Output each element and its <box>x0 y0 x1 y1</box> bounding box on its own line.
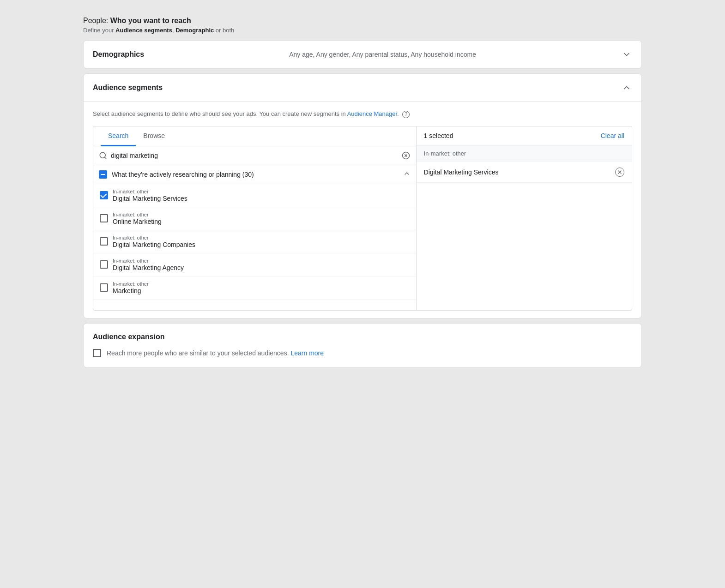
page-header-title: People: Who you want to reach <box>83 17 642 25</box>
search-container <box>93 146 416 165</box>
demographics-title: Demographics <box>93 50 144 59</box>
demographics-section: Demographics Any age, Any gender, Any pa… <box>83 40 642 69</box>
audience-expansion-title: Audience expansion <box>93 333 632 341</box>
item-info-1: In-market: other Digital Marketing Servi… <box>113 189 411 202</box>
list-item[interactable]: In-market: other Marketing <box>93 276 416 300</box>
tab-search[interactable]: Search <box>101 126 136 146</box>
item-category-label-1: In-market: other <box>113 189 411 194</box>
panel-container: Search Browse <box>93 126 632 311</box>
collapse-icon[interactable] <box>403 170 411 179</box>
list-item[interactable]: In-market: other Online Marketing <box>93 207 416 230</box>
category-checkbox[interactable] <box>99 170 107 179</box>
clear-search-button[interactable] <box>401 151 411 160</box>
tabs-container: Search Browse <box>93 126 416 146</box>
list-item[interactable]: In-market: other Digital Marketing Compa… <box>93 230 416 253</box>
audience-segments-body: Select audience segments to define who s… <box>84 102 641 318</box>
results-list: What they're actively researching or pla… <box>93 165 416 310</box>
item-category-label-4: In-market: other <box>113 258 411 264</box>
audience-manager-link[interactable]: Audience Manager. <box>347 110 399 117</box>
tab-browse[interactable]: Browse <box>136 126 172 146</box>
right-panel: 1 selected Clear all In-market: other Di… <box>417 126 632 310</box>
audience-segments-title: Audience segments <box>93 84 163 92</box>
remove-selected-button[interactable] <box>615 168 624 177</box>
item-checkbox-5[interactable] <box>100 283 108 292</box>
help-icon[interactable]: ? <box>402 111 410 118</box>
item-name-1: Digital Marketing Services <box>113 195 411 202</box>
list-item[interactable]: In-market: other Digital Marketing Agenc… <box>93 253 416 276</box>
selected-count: 1 selected <box>424 132 453 139</box>
item-checkbox-1[interactable] <box>100 191 108 199</box>
item-category-label-5: In-market: other <box>113 281 411 287</box>
item-checkbox-2[interactable] <box>100 214 108 222</box>
selected-item-name: Digital Marketing Services <box>424 168 499 176</box>
audience-expansion-section: Audience expansion Reach more people who… <box>83 323 642 368</box>
demographics-chevron-icon <box>621 49 632 60</box>
item-category-label-3: In-market: other <box>113 235 411 240</box>
clear-all-button[interactable]: Clear all <box>601 132 624 139</box>
item-info-4: In-market: other Digital Marketing Agenc… <box>113 258 411 271</box>
audience-segments-chevron-icon <box>621 82 632 93</box>
item-info-2: In-market: other Online Marketing <box>113 212 411 225</box>
title-prefix: People: <box>83 17 110 24</box>
expansion-text: Reach more people who are similar to you… <box>107 348 324 358</box>
item-info-5: In-market: other Marketing <box>113 281 411 294</box>
item-name-4: Digital Marketing Agency <box>113 264 411 271</box>
list-item[interactable]: In-market: other Digital Marketing Servi… <box>93 184 416 207</box>
item-info-3: In-market: other Digital Marketing Compa… <box>113 235 411 248</box>
learn-more-link[interactable]: Learn more <box>290 349 324 357</box>
item-name-2: Online Marketing <box>113 218 411 225</box>
category-label: What they're actively researching or pla… <box>112 171 399 178</box>
selected-category-header: In-market: other <box>417 145 632 162</box>
title-bold: Who you want to reach <box>110 17 191 24</box>
audience-segments-header[interactable]: Audience segments <box>84 74 641 102</box>
category-row[interactable]: What they're actively researching or pla… <box>93 165 416 184</box>
right-panel-header: 1 selected Clear all <box>417 126 632 145</box>
item-checkbox-3[interactable] <box>100 237 108 246</box>
item-name-5: Marketing <box>113 287 411 294</box>
demographics-header[interactable]: Demographics Any age, Any gender, Any pa… <box>84 41 641 68</box>
item-category-label-2: In-market: other <box>113 212 411 217</box>
search-input[interactable] <box>111 152 398 159</box>
svg-line-1 <box>104 157 106 158</box>
left-panel: Search Browse <box>93 126 417 310</box>
audience-expansion-checkbox[interactable] <box>93 349 101 357</box>
item-checkbox-4[interactable] <box>100 260 108 269</box>
page-header: People: Who you want to reach Define you… <box>83 9 642 40</box>
audience-segments-section: Audience segments Select audience segmen… <box>83 73 642 318</box>
search-icon <box>99 151 107 160</box>
item-name-3: Digital Marketing Companies <box>113 241 411 248</box>
expansion-row: Reach more people who are similar to you… <box>93 348 632 358</box>
selected-item-row: Digital Marketing Services <box>417 162 632 183</box>
page-header-subtitle: Define your Audience segments, Demograph… <box>83 27 642 34</box>
demographics-value: Any age, Any gender, Any parental status… <box>144 51 621 58</box>
audience-description: Select audience segments to define who s… <box>93 109 632 119</box>
